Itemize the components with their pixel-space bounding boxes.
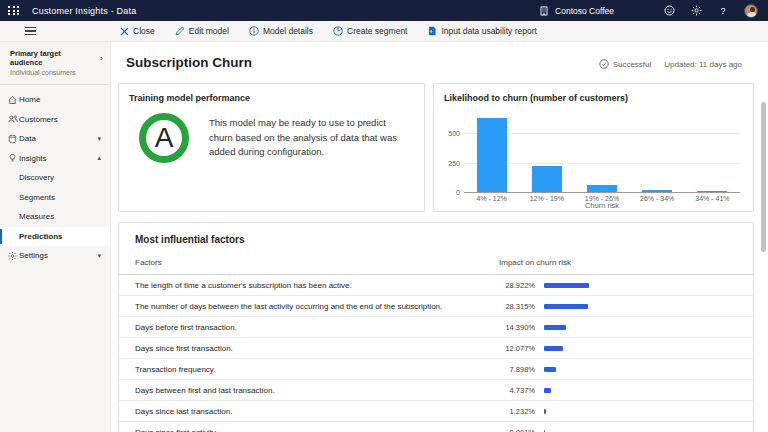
lightbulb-icon [8, 154, 17, 163]
impact-bar [544, 346, 563, 351]
sidebar-item-insights[interactable]: Insights ▴ [0, 149, 110, 169]
chevron-down-icon: ▾ [97, 135, 101, 143]
organization-icon [538, 5, 550, 17]
table-row: The number of days between the last acti… [119, 296, 753, 317]
impact-percentage: 1.232% [499, 407, 535, 416]
impact-bar [544, 283, 589, 288]
help-icon[interactable]: ? [717, 5, 729, 17]
training-performance-card: Training model performance A This model … [118, 83, 425, 212]
sidebar-item-discovery[interactable]: Discovery [0, 168, 110, 188]
factors-table-body: The length of time a customer's subscrip… [119, 275, 753, 432]
churn-likelihood-card: Likelihood to churn (number of customers… [433, 83, 754, 212]
column-header-impact: Impact on churn risk [499, 258, 571, 267]
chart-bar [477, 118, 507, 192]
table-row: Days since first transaction. 12.077% [119, 338, 753, 359]
table-row: Days between first and last transaction.… [119, 380, 753, 401]
impact-bar [544, 409, 546, 414]
model-details-button[interactable]: Model details [239, 21, 323, 42]
environment-picker[interactable]: Contoso Coffee [538, 5, 614, 17]
segment-icon [333, 26, 343, 36]
factors-table-header: Factors Impact on churn risk [119, 253, 753, 275]
command-bar: Close Edit model Model details Create se… [0, 21, 768, 42]
customers-icon [8, 115, 17, 124]
sidebar-item-home[interactable]: Home [0, 90, 110, 110]
sidebar-toggle-hamburger-icon[interactable] [25, 25, 36, 37]
audience-title: Primary target audience [10, 49, 92, 67]
updated-timestamp: Updated: 11 days ago [664, 60, 742, 69]
factor-label: Days since last transaction. [135, 407, 499, 416]
sidebar-item-segments[interactable]: Segments [0, 188, 110, 208]
table-row: Days before first transaction. 14.390% [119, 317, 753, 338]
impact-percentage: 4.737% [499, 386, 535, 395]
app-window: Customer Insights - Data Contoso Coffee … [0, 0, 768, 432]
top-bar: Customer Insights - Data Contoso Coffee … [0, 0, 768, 21]
settings-gear-icon[interactable] [690, 5, 702, 17]
y-axis-tick: 250 [448, 159, 460, 166]
page-title: Subscription Churn [126, 55, 252, 70]
input-data-usability-report-button[interactable]: Input data usability report [417, 21, 546, 42]
table-row: Days since last transaction. 1.232% [119, 401, 753, 422]
chart-x-axis-label: Churn risk [464, 201, 740, 210]
success-check-icon [599, 59, 609, 69]
impact-percentage: 12.077% [499, 344, 535, 353]
influential-factors-card: Most influential factors Factors Impact … [118, 222, 754, 432]
factor-label: The length of time a customer's subscrip… [135, 281, 499, 290]
sidebar-item-settings[interactable]: Settings ▾ [0, 246, 110, 266]
factor-label: The number of days between the last acti… [135, 302, 499, 311]
main-content: Subscription Churn Successful Updated: 1… [110, 42, 768, 432]
app-title: Customer Insights - Data [32, 6, 136, 16]
sidebar-item-data[interactable]: Data ▾ [0, 129, 110, 149]
factor-label: Days since first transaction. [135, 344, 499, 353]
app-launcher-waffle-icon[interactable] [8, 6, 20, 15]
chart-title: Likelihood to churn (number of customers… [434, 84, 753, 107]
audience-subtitle: Individual consumers [10, 69, 92, 76]
impact-percentage: 0.801% [499, 428, 535, 432]
column-header-factors: Factors [135, 258, 499, 267]
audience-switcher[interactable]: Primary target audience Individual consu… [0, 42, 110, 85]
user-avatar[interactable] [744, 4, 758, 18]
table-row: Transaction frequency. 7.898% [119, 359, 753, 380]
chevron-down-icon: ▾ [97, 252, 101, 260]
environment-name: Contoso Coffee [555, 6, 614, 16]
impact-percentage: 7.898% [499, 365, 535, 374]
performance-card-title: Training model performance [119, 84, 424, 107]
impact-percentage: 14.390% [499, 323, 535, 332]
model-grade-badge: A [139, 113, 189, 163]
chart-bar [587, 185, 617, 192]
table-row: Days since first activity. 0.801% [119, 422, 753, 432]
create-segment-button[interactable]: Create segment [323, 21, 417, 42]
sidebar-item-customers[interactable]: Customers [0, 110, 110, 130]
feedback-smiley-icon[interactable] [663, 5, 675, 17]
impact-bar [544, 367, 556, 372]
report-document-icon [427, 26, 437, 36]
impact-bar [544, 325, 566, 330]
impact-bar [544, 388, 551, 393]
factor-label: Days since first activity. [135, 428, 499, 432]
factor-label: Days before first transaction. [135, 323, 499, 332]
impact-percentage: 28.315% [499, 302, 535, 311]
sidebar-nav: Primary target audience Individual consu… [0, 42, 110, 432]
edit-model-button[interactable]: Edit model [165, 21, 239, 42]
factors-card-title: Most influential factors [119, 223, 753, 253]
vertical-scrollbar[interactable] [761, 102, 766, 252]
edit-pencil-icon [175, 26, 185, 36]
sidebar-item-measures[interactable]: Measures [0, 207, 110, 227]
chevron-right-icon: › [100, 54, 103, 63]
factor-label: Transaction frequency. [135, 365, 499, 374]
close-button[interactable]: Close [110, 21, 165, 42]
chart-bar [532, 166, 562, 192]
database-icon [8, 134, 17, 143]
chart-bar [697, 191, 727, 193]
gear-icon [8, 251, 17, 260]
impact-bar [544, 304, 588, 309]
close-icon [120, 27, 129, 36]
impact-percentage: 28.922% [499, 281, 535, 290]
gridline [464, 192, 740, 193]
chart-bar [642, 190, 672, 192]
info-icon [249, 26, 259, 36]
sidebar-item-predictions[interactable]: Predictions [0, 227, 110, 247]
home-icon [8, 95, 17, 104]
model-grade-description: This model may be ready to use to predic… [209, 116, 397, 160]
factor-label: Days between first and last transaction. [135, 386, 499, 395]
status-badge: Successful [599, 59, 652, 69]
